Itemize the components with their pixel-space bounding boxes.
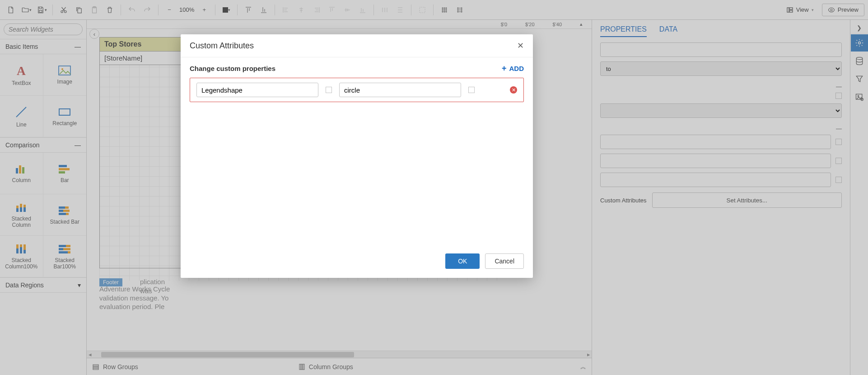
- plus-icon: +: [502, 64, 507, 73]
- custom-attributes-dialog: Custom Attributes ✕ Change custom proper…: [181, 34, 533, 278]
- attribute-row: ✕: [190, 78, 524, 102]
- attribute-key-input[interactable]: [196, 83, 318, 97]
- ok-button[interactable]: OK: [445, 253, 480, 269]
- delete-attribute-icon[interactable]: ✕: [510, 86, 517, 94]
- add-attribute-button[interactable]: + ADD: [502, 64, 524, 73]
- attribute-value-input[interactable]: [339, 83, 461, 97]
- dialog-subtitle: Change custom properties: [190, 65, 275, 72]
- close-icon[interactable]: ✕: [517, 41, 524, 51]
- cancel-button[interactable]: Cancel: [485, 253, 524, 269]
- attribute-checkbox-1[interactable]: [326, 87, 332, 93]
- dialog-title: Custom Attributes: [190, 41, 254, 51]
- attribute-checkbox-2[interactable]: [468, 87, 475, 93]
